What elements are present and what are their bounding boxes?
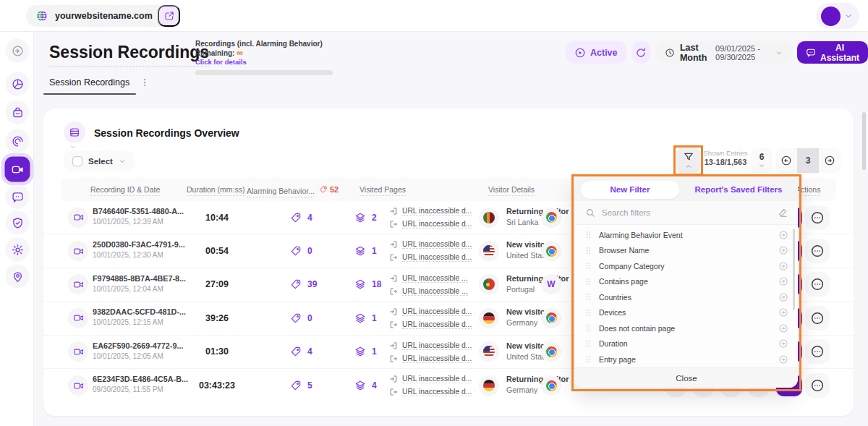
alarming-count: 0 [307,246,312,256]
refresh-icon [635,47,647,59]
arrow-right-circle-icon[interactable] [778,354,788,365]
open-website-button[interactable] [158,5,180,27]
sidebar-item-conversions[interactable] [6,101,30,124]
click-for-details-link[interactable]: Click for details [195,58,340,66]
drag-handle-icon[interactable] [584,262,592,270]
filter-button[interactable] [676,148,700,173]
row-more-button[interactable] [805,373,830,398]
arrow-right-circle-icon[interactable] [778,261,788,271]
filter-item-label: Contains page [599,277,648,286]
filter-close-button[interactable]: Close [575,367,798,388]
drag-handle-icon[interactable] [584,231,592,239]
chat-icon [806,48,816,58]
entry-page-icon [389,375,398,383]
filter-item[interactable]: Browser Name [575,243,798,259]
search-filters-input[interactable] [602,208,771,217]
tab-menu-icon[interactable] [140,77,150,88]
arrow-right-circle-icon[interactable] [778,323,788,333]
chevron-down-icon [758,162,765,169]
alarm-tag-icon [290,245,302,257]
col-duration[interactable]: Duration (mm:ss) [187,185,245,194]
col-visitor-details[interactable]: Visitor Details [488,185,535,194]
flag [483,245,495,257]
arrow-right-circle-icon[interactable] [778,245,788,255]
drag-handle-icon[interactable] [584,293,592,301]
filter-item[interactable]: Countries [575,289,798,305]
chevron-down-icon [844,12,853,20]
active-filter-button[interactable]: Active [566,41,626,64]
alarming-count: 5 [307,380,312,391]
arrow-right-circle-icon[interactable] [778,338,788,349]
col-actions[interactable]: Actions [796,185,820,194]
filter-item[interactable]: Does not contain page [575,320,798,336]
flag [483,346,495,357]
col-alarming[interactable]: Alarming Behavior...52 [247,185,339,195]
arrow-right-circle-icon[interactable] [778,292,788,302]
drag-handle-icon[interactable] [584,340,592,348]
filter-list: Alarming Behavior Event Browser Name Com… [575,225,798,367]
sidebar-item-dashboard[interactable] [6,72,30,96]
clear-filters-icon[interactable] [778,208,788,218]
drag-handle-icon[interactable] [584,355,592,363]
select-dropdown[interactable]: Select [64,150,135,171]
sidebar-item-feedback[interactable] [6,185,30,209]
recording-date: 10/01/2025, 12:04 AM [93,285,186,293]
filter-item-label: Company Category [599,262,664,270]
user-menu[interactable] [816,3,859,29]
pages-count: 18 [372,279,381,289]
sidebar-item-session-recordings[interactable] [5,157,30,182]
sidebar-item-settings[interactable] [6,238,30,262]
filter-item[interactable]: Company Category [575,258,798,274]
row-more-button[interactable] [805,339,830,364]
row-more-button[interactable] [805,205,830,230]
page-scrollbar[interactable] [862,112,866,170]
alarming-total: 52 [330,185,339,194]
arrow-right-circle-icon[interactable] [778,276,788,286]
layers-icon [354,245,366,257]
tab-session-recordings[interactable]: Session Recordings [49,77,150,88]
col-recording-id[interactable]: Recording ID & Date [90,185,160,194]
chevron-down-icon[interactable] [69,143,77,150]
filter-item[interactable]: Entry page [575,352,798,367]
prev-page-button[interactable] [775,148,797,173]
exit-url: URL inaccessible d... [402,388,472,396]
filter-item[interactable]: Contains page [575,274,798,290]
arrow-right-circle-icon[interactable] [778,230,788,240]
tab-new-filter[interactable]: New Filter [581,181,679,199]
drag-handle-icon[interactable] [584,278,592,286]
entry-url: URL inaccessible d... [402,240,472,249]
row-more-button[interactable] [805,239,830,263]
alarming-count: 0 [307,313,312,323]
clock-icon [665,48,675,58]
conversions-icon [11,106,24,119]
ai-assistant-button[interactable]: AI Assistant [797,41,868,64]
page-size-selector[interactable]: 6 [751,148,773,173]
row-more-button[interactable] [805,272,830,297]
refresh-button[interactable] [632,41,650,64]
sidebar-item-journeys[interactable] [6,265,30,289]
recording-date: 10/01/2025, 12:39 AM [93,218,184,226]
website-selector[interactable]: yourwebsitename.com [26,5,177,27]
arrow-right-circle-icon[interactable] [778,307,788,318]
select-checkbox[interactable] [72,156,82,166]
filter-panel: New Filter Report's Saved Filters Alarmi… [575,178,798,388]
sidebar-item-privacy[interactable] [6,211,30,235]
sidebar-item-heatmaps[interactable] [6,129,30,153]
next-page-button[interactable] [819,148,841,173]
tab-saved-filters[interactable]: Report's Saved Filters [679,185,798,194]
filter-item[interactable]: Duration [575,336,798,352]
filter-list-scrollbar[interactable] [793,229,795,310]
dataset-icon[interactable] [64,122,85,143]
date-range-selector[interactable]: Last Month 09/01/2025 - 09/30/2025 [656,41,791,64]
row-more-button[interactable] [805,306,830,331]
filter-item[interactable]: Alarming Behavior Event [575,227,798,243]
drag-handle-icon[interactable] [584,324,592,332]
filter-item-label: Duration [599,339,628,348]
entry-page-icon [389,341,398,350]
sidebar-item-collapse[interactable] [6,39,30,63]
funnel-icon [683,151,694,163]
drag-handle-icon[interactable] [584,247,592,255]
drag-handle-icon[interactable] [584,309,592,317]
filter-item[interactable]: Devices [575,305,798,321]
col-visited-pages[interactable]: Visited Pages [359,185,406,194]
